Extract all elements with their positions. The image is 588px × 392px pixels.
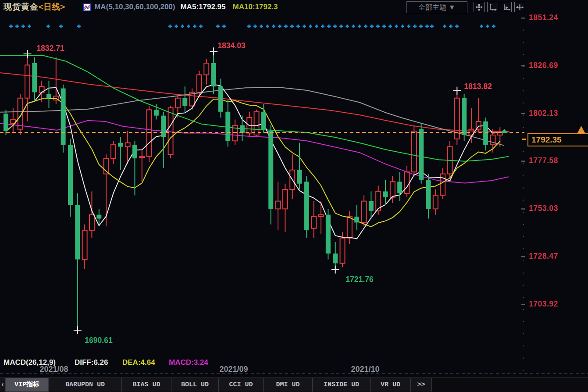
signal-dot: [388, 25, 392, 28]
signal-dot: [486, 25, 489, 28]
candle-body-down: [4, 114, 8, 131]
signal-dot: [346, 25, 349, 28]
symbol-name: 现货黄金: [4, 1, 39, 13]
axis-minor-tick: [523, 175, 524, 176]
signal-dot: [352, 25, 355, 28]
signal-dot: [222, 25, 226, 28]
tab-dmi-ud[interactable]: DMI_UD: [264, 378, 313, 392]
axis-minor-tick: [523, 236, 524, 237]
axis-major-tick: [521, 160, 525, 162]
signal-dot: [309, 25, 312, 28]
candle-body-up: [175, 98, 180, 108]
chart-type-icon: [83, 4, 91, 11]
signal-dot: [77, 25, 81, 28]
axis-minor-tick: [523, 309, 524, 310]
candle-body-up: [433, 195, 438, 209]
tab-more-indicators[interactable]: >>: [411, 378, 432, 392]
candle-body-down: [304, 182, 309, 230]
candle-body-down: [354, 217, 359, 222]
candle-body-up: [490, 135, 495, 145]
axis-minor-tick: [523, 370, 524, 371]
candle-body-down: [154, 110, 159, 115]
up-candles: [11, 54, 502, 269]
candlestick-chart-canvas[interactable]: [0, 0, 588, 378]
candle-body-down: [326, 215, 331, 254]
axis-minor-tick: [523, 200, 524, 201]
candle-body-down: [261, 112, 266, 129]
candle-body-up: [340, 238, 345, 264]
axis-minor-tick: [523, 321, 524, 322]
candle-body-up: [82, 230, 87, 259]
axis-minor-tick: [523, 78, 524, 79]
ma-settings-label: MA(5,10,30,60,100,200): [94, 3, 175, 11]
price-annotation-high: 1834.03: [217, 41, 245, 50]
signal-dot: [181, 25, 184, 28]
candle-body-down: [419, 129, 424, 180]
signal-dot: [247, 25, 251, 28]
candle-body-up: [412, 131, 417, 172]
tab-inside-ud[interactable]: INSIDE_UD: [313, 378, 371, 392]
extreme-cross-marker: [210, 47, 217, 55]
signal-dot: [327, 25, 331, 28]
candle-body-down: [397, 182, 402, 193]
macd-diff-value: DIFF:6.26: [75, 358, 108, 367]
signal-dot: [266, 25, 269, 28]
tab-bias-ud[interactable]: BIAS_UD: [122, 378, 171, 392]
trading-app-window: 现货黄金 <日线> MA(5,10,30,60,100,200) MA5:179…: [0, 0, 588, 392]
candle-body-up: [254, 112, 259, 135]
candle-body-up: [125, 143, 130, 147]
tab-boll-ud[interactable]: BOLL_UD: [171, 378, 219, 392]
tab-scroll-left[interactable]: ‹: [0, 378, 6, 392]
signal-dot: [272, 25, 275, 28]
axis-minor-tick: [523, 90, 524, 91]
candle-body-down: [383, 191, 388, 197]
axis-minor-tick: [523, 163, 524, 164]
ma-line-ma60: [0, 55, 509, 161]
tab-barupdn-ud[interactable]: BARUPDN_UD: [49, 378, 122, 392]
extreme-cross-marker: [23, 50, 31, 58]
tab-vip-indicators[interactable]: VIP指标: [6, 378, 49, 392]
macd-formula-label: MACD(26,12,9): [4, 358, 56, 367]
signal-dot: [15, 25, 19, 28]
tab-cci-ud[interactable]: CCI_UD: [219, 378, 264, 392]
signal-dot: [413, 25, 417, 28]
signal-dot: [455, 25, 459, 28]
ma-line-ma5: [6, 85, 500, 239]
candle-body-up: [168, 108, 173, 154]
signal-dot: [21, 25, 25, 28]
extreme-cross-marker: [74, 326, 82, 334]
signal-dot: [321, 25, 324, 28]
signal-dot: [492, 25, 495, 28]
signal-dot: [407, 25, 410, 28]
candle-body-down: [75, 205, 80, 260]
candle-body-down: [333, 253, 338, 263]
axis-minor-tick: [523, 54, 524, 55]
candle-body-up: [319, 215, 324, 217]
axis-minor-tick: [523, 346, 524, 346]
candle-body-up: [440, 174, 445, 196]
signal-dot: [419, 25, 423, 28]
candle-body-up: [390, 182, 395, 197]
axis-minor-tick: [523, 224, 524, 225]
candle-body-down: [118, 143, 123, 147]
signal-dot: [253, 25, 257, 28]
signal-dot: [449, 25, 453, 28]
candle-body-down: [218, 86, 223, 112]
candle-body-down: [211, 63, 216, 86]
signal-dot: [28, 25, 31, 28]
signal-dot: [59, 25, 63, 28]
candle-body-down: [297, 170, 302, 184]
chart-overlays: [0, 18, 588, 373]
axis-label: 1851.24: [529, 13, 558, 22]
extreme-cross-marker: [453, 87, 461, 95]
axis-major-tick: [521, 208, 525, 210]
signal-dot: [401, 25, 404, 28]
signal-dot: [46, 25, 50, 28]
candle-body-up: [25, 65, 30, 98]
candle-body-up: [276, 201, 281, 209]
tab-vr-ud[interactable]: VR_UD: [371, 378, 411, 392]
signal-dot: [284, 25, 288, 28]
price-annotation-low: 1690.61: [85, 336, 112, 345]
axis-minor-tick: [523, 30, 524, 31]
candle-body-down: [32, 63, 37, 92]
